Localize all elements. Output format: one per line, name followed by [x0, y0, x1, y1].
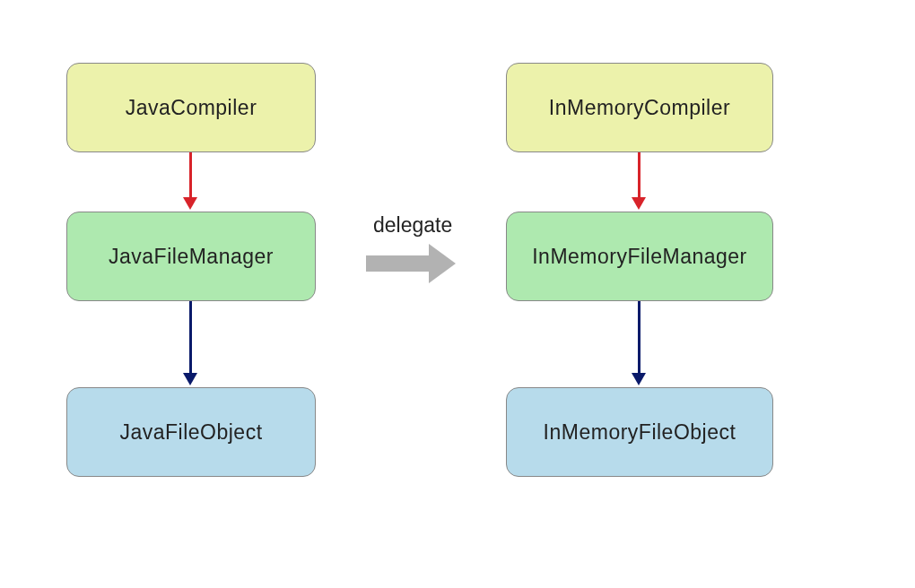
node-label: JavaCompiler: [126, 96, 257, 120]
delegate-text: delegate: [373, 213, 452, 237]
delegate-label: delegate: [373, 213, 452, 238]
arrow-right-top-to-mid: [639, 152, 640, 210]
node-java-file-manager: JavaFileManager: [66, 212, 316, 301]
node-inmemory-compiler: InMemoryCompiler: [506, 63, 773, 152]
node-label: InMemoryFileObject: [544, 420, 736, 445]
arrow-left-top-to-mid: [190, 152, 192, 210]
node-inmemory-file-object: InMemoryFileObject: [506, 387, 773, 477]
node-java-file-object: JavaFileObject: [66, 387, 316, 477]
delegate-arrow-icon: [366, 244, 456, 283]
node-label: JavaFileObject: [119, 420, 262, 445]
diagram-canvas: JavaCompiler JavaFileManager JavaFileObj…: [0, 0, 915, 588]
arrow-left-mid-to-bot: [190, 301, 192, 385]
node-inmemory-file-manager: InMemoryFileManager: [506, 212, 773, 301]
node-label: InMemoryFileManager: [532, 245, 747, 269]
node-label: JavaFileManager: [109, 245, 274, 269]
node-label: InMemoryCompiler: [549, 96, 730, 120]
arrow-right-mid-to-bot: [639, 301, 640, 385]
node-java-compiler: JavaCompiler: [66, 63, 316, 152]
